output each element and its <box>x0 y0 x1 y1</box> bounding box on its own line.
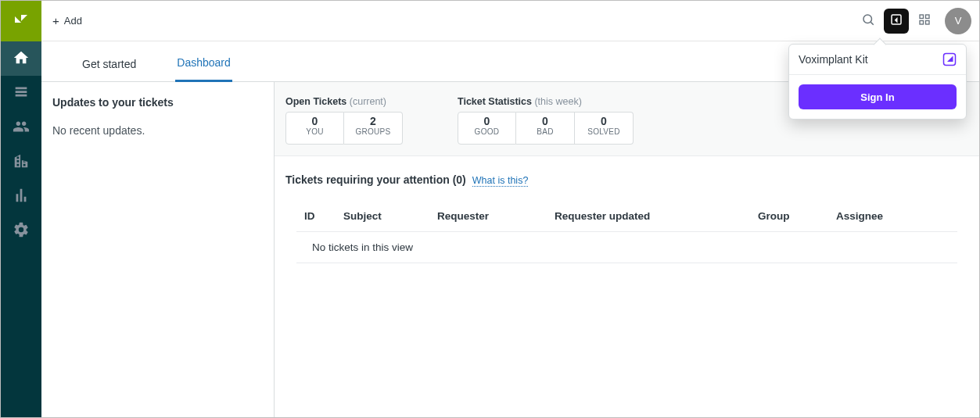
svg-marker-10 <box>947 56 953 63</box>
open-tickets-group: Open Tickets (current) 0 YOU 2 GROUPS <box>285 96 403 145</box>
plus-icon: + <box>52 14 59 27</box>
topbar: + Add V <box>41 1 979 41</box>
open-tickets-you-value: 0 <box>286 115 343 127</box>
svg-rect-7 <box>920 21 924 25</box>
attention-section: Tickets requiring your attention (0) Wha… <box>275 156 979 280</box>
add-button[interactable]: + Add <box>52 14 82 27</box>
dashboard-main: Open Tickets (current) 0 YOU 2 GROUPS <box>275 82 979 417</box>
tab-get-started[interactable]: Get started <box>81 47 138 81</box>
zendesk-logo-icon <box>12 12 31 30</box>
ticket-stats-good-label: GOOD <box>458 127 515 136</box>
search-icon <box>861 13 875 29</box>
col-group[interactable]: Group <box>758 210 836 222</box>
col-assignee[interactable]: Assignee <box>836 210 914 222</box>
voximplant-logo-icon <box>942 52 957 66</box>
svg-marker-0 <box>15 16 21 23</box>
customers-icon <box>13 118 30 138</box>
svg-line-3 <box>871 22 873 24</box>
svg-rect-8 <box>926 21 930 25</box>
ticket-stats-good-value: 0 <box>458 115 515 127</box>
sidebar-item-home[interactable] <box>1 41 41 76</box>
sidebar <box>1 1 41 417</box>
brand-logo[interactable] <box>1 1 41 41</box>
ticket-stats-bad[interactable]: 0 BAD <box>516 112 575 145</box>
ticket-stats-group: Ticket Statistics (this week) 0 GOOD 0 B… <box>458 96 634 145</box>
organizations-icon <box>13 152 30 172</box>
open-tickets-scope: (current) <box>350 96 386 107</box>
voximplant-popup-title: Voximplant Kit <box>799 53 868 66</box>
sidebar-item-views[interactable] <box>1 76 41 110</box>
add-button-label: Add <box>64 15 82 27</box>
ticket-stats-label: Ticket Statistics <box>458 96 532 107</box>
sidebar-item-customers[interactable] <box>1 110 41 145</box>
ticket-stats-good[interactable]: 0 GOOD <box>458 112 516 145</box>
open-tickets-groups[interactable]: 2 GROUPS <box>344 112 403 145</box>
col-id[interactable]: ID <box>304 210 343 222</box>
col-requester-updated[interactable]: Requester updated <box>555 210 758 222</box>
open-tickets-you-label: YOU <box>286 127 343 136</box>
col-subject[interactable]: Subject <box>343 210 437 222</box>
tab-dashboard[interactable]: Dashboard <box>175 45 232 82</box>
updates-panel: Updates to your tickets No recent update… <box>41 82 275 417</box>
open-tickets-groups-label: GROUPS <box>344 127 402 136</box>
search-button[interactable] <box>853 7 884 35</box>
user-avatar[interactable]: V <box>945 8 971 34</box>
reporting-icon <box>13 187 30 206</box>
open-tickets-you[interactable]: 0 YOU <box>285 112 344 145</box>
svg-rect-5 <box>920 15 924 19</box>
col-requester[interactable]: Requester <box>437 210 555 222</box>
attention-empty-text: No tickets in this view <box>296 232 957 263</box>
voximplant-popup: Voximplant Kit Sign In <box>788 44 967 120</box>
sidebar-item-reporting[interactable] <box>1 179 41 213</box>
svg-point-2 <box>863 15 872 23</box>
ticket-stats-solved-label: SOLVED <box>575 127 633 136</box>
open-tickets-label: Open Tickets <box>285 96 346 107</box>
views-icon <box>13 84 30 103</box>
ticket-stats-bad-label: BAD <box>516 127 574 136</box>
ticket-stats-solved[interactable]: 0 SOLVED <box>575 112 634 145</box>
products-icon <box>917 13 932 29</box>
svg-marker-1 <box>21 15 27 21</box>
sidebar-item-admin[interactable] <box>1 213 41 248</box>
svg-rect-6 <box>926 15 930 19</box>
attention-table-head: ID Subject Requester Requester updated G… <box>296 201 957 232</box>
attention-table: ID Subject Requester Requester updated G… <box>296 201 957 263</box>
ticket-stats-solved-value: 0 <box>575 115 633 127</box>
what-is-this-link[interactable]: What is this? <box>472 175 529 187</box>
ticket-stats-bad-value: 0 <box>516 115 574 127</box>
app-panel-icon <box>889 13 903 29</box>
body-area: Updates to your tickets No recent update… <box>41 82 979 417</box>
gear-icon <box>13 221 30 241</box>
ticket-stats-scope: (this week) <box>534 96 581 107</box>
products-button[interactable] <box>909 7 940 35</box>
avatar-initial: V <box>955 15 962 27</box>
voximplant-signin-button[interactable]: Sign In <box>799 84 957 109</box>
app-panel-button[interactable] <box>884 9 909 34</box>
sidebar-item-organizations[interactable] <box>1 145 41 179</box>
attention-title: Tickets requiring your attention (0) <box>285 173 466 186</box>
updates-empty-text: No recent updates. <box>52 124 263 137</box>
home-icon <box>13 49 30 69</box>
open-tickets-groups-value: 2 <box>344 115 402 127</box>
updates-heading: Updates to your tickets <box>52 96 263 109</box>
